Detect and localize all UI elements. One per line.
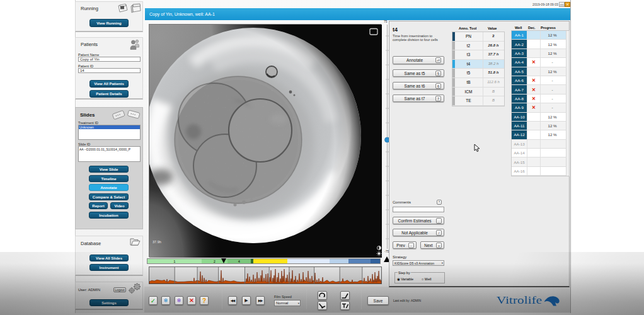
svg-text:37.9h: 37.9h — [152, 240, 161, 244]
